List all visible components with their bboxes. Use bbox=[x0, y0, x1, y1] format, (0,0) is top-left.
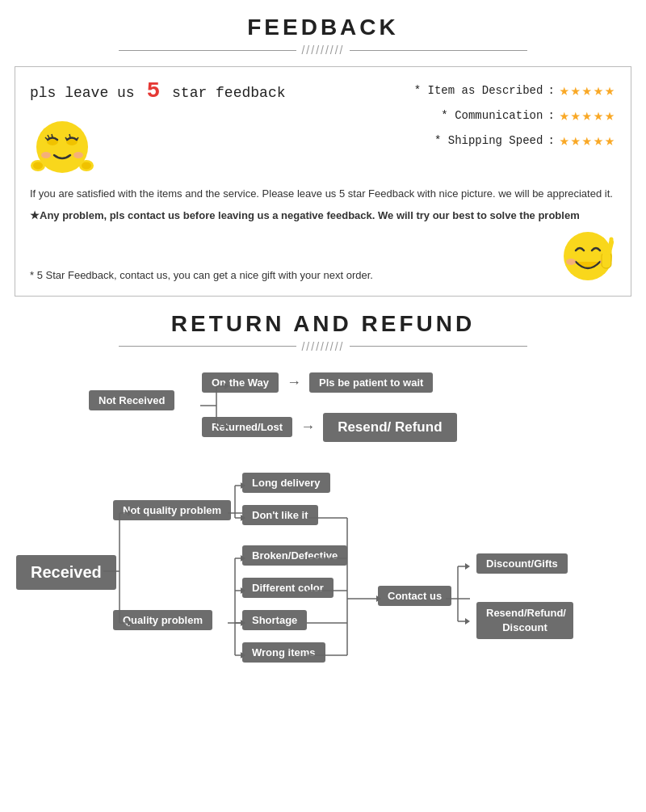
dont-like-box: Don't like it bbox=[242, 505, 318, 525]
rating-colon-1: : bbox=[547, 84, 554, 97]
broken-box: Broken/Defective bbox=[242, 545, 347, 566]
return-divider-slashes: ///////// bbox=[296, 340, 349, 353]
rating-label-1: * Item as Described bbox=[405, 84, 543, 97]
rating-row-2: * Communication : ★★★★★ bbox=[405, 105, 616, 125]
wrong-items-box: Wrong items bbox=[242, 642, 325, 663]
rating-label-3: * Shipping Speed bbox=[405, 134, 543, 147]
quality-problem-box: Quality problem bbox=[113, 610, 212, 630]
returned-lost-row: Returned/Lost → Resend/ Refund bbox=[202, 413, 457, 442]
return-divider: ///////// bbox=[0, 340, 646, 353]
returned-lost-label: Returned/Lost bbox=[202, 417, 292, 437]
feedback-box: pls leave us 5 star feedback bbox=[15, 66, 631, 297]
rating-colon-3: : bbox=[547, 134, 554, 147]
not-quality-label: Not quality problem bbox=[113, 500, 231, 520]
not-received-label: Not Received bbox=[89, 390, 174, 410]
long-delivery-label: Long delivery bbox=[242, 473, 330, 493]
shortage-label: Shortage bbox=[242, 610, 307, 630]
contact-us-label: Contact us bbox=[378, 586, 451, 606]
svg-point-13 bbox=[33, 162, 43, 170]
smiley-face-2 bbox=[560, 228, 616, 284]
smiley-face-1 bbox=[30, 113, 94, 178]
feedback-bottom: * 5 Star Feedback, contact us, you can g… bbox=[30, 228, 616, 284]
not-quality-box: Not quality problem bbox=[113, 500, 231, 520]
divider-line-left bbox=[119, 50, 296, 51]
feedback-headline: pls leave us 5 star feedback bbox=[30, 78, 286, 103]
svg-point-16 bbox=[566, 259, 576, 265]
long-delivery-box: Long delivery bbox=[242, 473, 330, 493]
return-divider-line-left bbox=[119, 346, 296, 347]
feedback-body-1: If you are satisfied with the items and … bbox=[30, 186, 616, 203]
svg-point-9 bbox=[41, 152, 51, 158]
svg-point-10 bbox=[73, 152, 83, 158]
arrow-on-way: → bbox=[287, 374, 301, 391]
on-the-way-label: On the Way bbox=[202, 372, 279, 393]
patient-wait-label: Pls be patient to wait bbox=[309, 372, 433, 393]
svg-marker-69 bbox=[465, 618, 470, 625]
resend-refund-label: Resend/ Refund bbox=[323, 413, 456, 442]
feedback-left-col: pls leave us 5 star feedback bbox=[30, 78, 286, 178]
divider-line-right bbox=[350, 50, 527, 51]
received-label: Received bbox=[16, 555, 116, 590]
diff-color-label: Different color bbox=[242, 578, 333, 598]
svg-marker-66 bbox=[465, 563, 470, 570]
shortage-box: Shortage bbox=[242, 610, 307, 630]
feedback-body: If you are satisfied with the items and … bbox=[30, 186, 616, 225]
feedback-section: FEEDBACK ///////// pls leave us 5 star f… bbox=[0, 15, 646, 297]
rating-row-1: * Item as Described : ★★★★★ bbox=[405, 80, 616, 100]
svg-point-14 bbox=[82, 162, 91, 170]
feedback-top-row: pls leave us 5 star feedback bbox=[30, 78, 616, 178]
divider-slashes: ///////// bbox=[296, 44, 349, 57]
svg-line-7 bbox=[69, 134, 70, 137]
headline-pre: pls leave us bbox=[30, 85, 135, 101]
discount-gifts-label: Discount/Gifts bbox=[476, 553, 568, 574]
not-received-box: Not Received bbox=[89, 390, 174, 410]
feedback-title: FEEDBACK bbox=[0, 15, 646, 40]
feedback-divider: ///////// bbox=[0, 44, 646, 57]
svg-rect-18 bbox=[602, 252, 611, 268]
feedback-body-2: ★Any problem, pls contact us before leav… bbox=[30, 208, 616, 225]
return-divider-line-right bbox=[350, 346, 527, 347]
headline-num: 5 bbox=[146, 78, 160, 103]
dont-like-label: Don't like it bbox=[242, 505, 318, 525]
arrow-returned: → bbox=[300, 419, 315, 435]
quality-problem-label: Quality problem bbox=[113, 610, 212, 630]
received-box: Received bbox=[16, 555, 116, 590]
on-the-way-row: On the Way → Pls be patient to wait bbox=[202, 372, 433, 393]
return-title: RETURN AND REFUND bbox=[0, 311, 646, 337]
not-received-flowchart: Not Received On the Way → Pls be patient… bbox=[16, 366, 630, 455]
feedback-body-3: * 5 Star Feedback, contact us, you can g… bbox=[30, 267, 552, 284]
contact-us-box: Contact us bbox=[378, 586, 451, 606]
broken-label: Broken/Defective bbox=[242, 545, 347, 566]
headline-post: star feedback bbox=[172, 85, 285, 101]
discount-gifts-box: Discount/Gifts bbox=[476, 553, 568, 574]
feedback-ratings: * Item as Described : ★★★★★ * Communicat… bbox=[405, 80, 616, 150]
received-flowchart: Received Not quality problem Long delive… bbox=[8, 466, 638, 701]
rating-stars-2: ★★★★★ bbox=[560, 105, 616, 125]
rating-label-2: * Communication bbox=[405, 109, 543, 122]
diff-color-box: Different color bbox=[242, 578, 333, 598]
rating-row-3: * Shipping Speed : ★★★★★ bbox=[405, 130, 616, 150]
rating-colon-2: : bbox=[547, 109, 554, 122]
rating-stars-3: ★★★★★ bbox=[560, 130, 616, 150]
return-refund-section: RETURN AND REFUND ///////// Not Received… bbox=[0, 311, 646, 701]
resend-refund-discount-label: Resend/Refund/ Discount bbox=[476, 602, 573, 639]
wrong-items-label: Wrong items bbox=[242, 642, 325, 663]
resend-refund-discount-box: Resend/Refund/ Discount bbox=[476, 602, 573, 639]
rating-stars-1: ★★★★★ bbox=[560, 80, 616, 100]
svg-line-5 bbox=[52, 134, 52, 137]
